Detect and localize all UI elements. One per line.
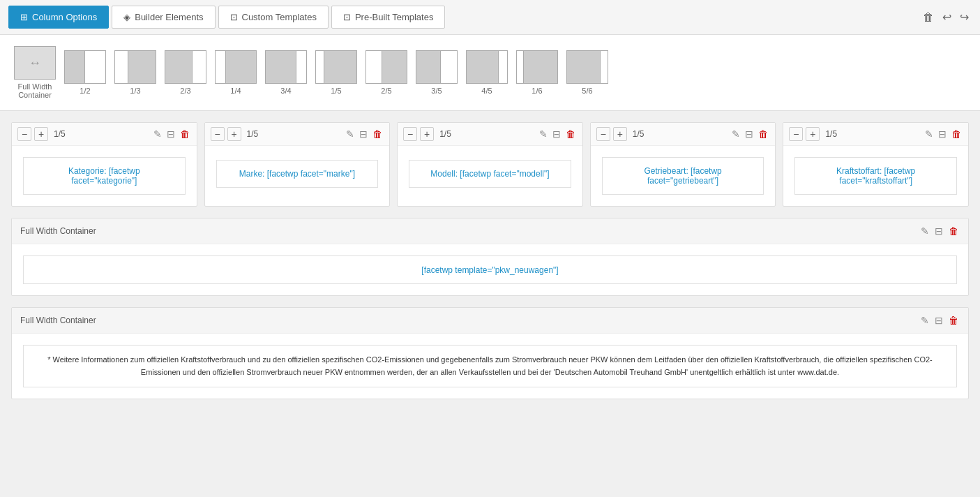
col-save-btn-1[interactable]: ⊟ bbox=[165, 127, 176, 141]
column-content-4: Getriebeart: [facetwp facet="getriebeart… bbox=[591, 146, 776, 206]
disclaimer-text: * Weitere Informationen zum offiziellen … bbox=[38, 354, 942, 378]
col-plus-btn-3[interactable]: + bbox=[420, 127, 434, 141]
layout-3-4[interactable]: 3/4 bbox=[265, 50, 307, 95]
column-header-4: − + 1/5 ✎ ⊟ 🗑 bbox=[591, 123, 776, 146]
full-width-inner-1: [facetwp template="pkw_neuwagen"] bbox=[23, 255, 957, 284]
column-text-2: Marke: [facetwp facet="marke"] bbox=[216, 160, 379, 188]
col-fraction-5: 1/5 bbox=[825, 129, 837, 139]
col-edit-btn-5[interactable]: ✎ bbox=[924, 127, 935, 141]
layout-1-5[interactable]: 1/5 bbox=[315, 50, 357, 95]
layout-3-4-preview bbox=[265, 50, 307, 84]
layout-2-5[interactable]: 2/5 bbox=[365, 50, 407, 95]
layout-3-5-preview bbox=[416, 50, 458, 84]
toolbar-delete-button[interactable]: 🗑 bbox=[920, 8, 937, 27]
fwc2-delete-btn[interactable]: 🗑 bbox=[947, 313, 960, 327]
layout-2-3-preview bbox=[165, 50, 206, 84]
layout-1-3-preview bbox=[114, 50, 156, 84]
full-width-section-2: Full Width Container ✎ ⊟ 🗑 * Weitere Inf… bbox=[11, 307, 969, 399]
col-delete-btn-3[interactable]: 🗑 bbox=[564, 127, 577, 141]
layout-5-6-label: 5/6 bbox=[582, 87, 592, 95]
column-content-5: Kraftstoffart: [facetwp facet="kraftstof… bbox=[783, 146, 968, 206]
fwc2-edit-btn[interactable]: ✎ bbox=[919, 313, 930, 327]
layout-full-width-label: Full WidthContainer bbox=[18, 82, 52, 99]
layout-2-3[interactable]: 2/3 bbox=[165, 50, 206, 95]
fwc1-save-btn[interactable]: ⊟ bbox=[933, 224, 944, 238]
layout-1-5-preview bbox=[315, 50, 357, 84]
layout-4-5-label: 4/5 bbox=[481, 87, 492, 95]
layout-1-6-preview bbox=[516, 50, 558, 84]
layout-full-width-preview bbox=[14, 46, 56, 80]
col-delete-btn-2[interactable]: 🗑 bbox=[371, 127, 384, 141]
main-content: − + 1/5 ✎ ⊟ 🗑 Kategorie: [facetwp facet=… bbox=[0, 111, 980, 422]
toolbar-undo-button[interactable]: ↩ bbox=[940, 8, 954, 27]
full-width-icons-1: ✎ ⊟ 🗑 bbox=[919, 224, 960, 238]
col-icons-1: ✎ ⊟ 🗑 bbox=[152, 127, 191, 141]
fwc2-save-btn[interactable]: ⊟ bbox=[933, 313, 944, 327]
col-edit-btn-2[interactable]: ✎ bbox=[345, 127, 356, 141]
layout-3-4-label: 3/4 bbox=[280, 87, 291, 95]
column-content-2: Marke: [facetwp facet="marke"] bbox=[205, 146, 390, 202]
layout-1-4[interactable]: 1/4 bbox=[215, 50, 257, 95]
full-width-text-1: [facetwp template="pkw_neuwagen"] bbox=[421, 265, 558, 275]
col-minus-btn-2[interactable]: − bbox=[211, 127, 225, 141]
col-delete-btn-5[interactable]: 🗑 bbox=[950, 127, 963, 141]
full-width-title-2: Full Width Container bbox=[20, 316, 919, 325]
col-plus-btn-1[interactable]: + bbox=[34, 127, 48, 141]
col-minus-btn-4[interactable]: − bbox=[596, 127, 610, 141]
full-width-inner-2: * Weitere Informationen zum offiziellen … bbox=[23, 345, 957, 387]
top-toolbar: ⊞ Column Options ◈ Builder Elements ⊡ Cu… bbox=[0, 0, 980, 35]
full-width-title-1: Full Width Container bbox=[20, 226, 919, 236]
col-minus-btn-5[interactable]: − bbox=[789, 127, 803, 141]
layout-3-5[interactable]: 3/5 bbox=[416, 50, 458, 95]
layout-full-width[interactable]: Full WidthContainer bbox=[14, 46, 56, 99]
layout-1-5-label: 1/5 bbox=[331, 87, 341, 95]
col-save-btn-5[interactable]: ⊟ bbox=[937, 127, 948, 141]
column-block-3: − + 1/5 ✎ ⊟ 🗑 Modell: [facetwp facet="mo… bbox=[397, 122, 583, 207]
column-text-1: Kategorie: [facetwp facet="kategorie"] bbox=[23, 157, 186, 195]
fwc1-delete-btn[interactable]: 🗑 bbox=[947, 224, 960, 238]
col-edit-btn-1[interactable]: ✎ bbox=[152, 127, 163, 141]
col-minus-btn-1[interactable]: − bbox=[17, 127, 31, 141]
col-plus-btn-2[interactable]: + bbox=[227, 127, 241, 141]
column-text-4: Getriebeart: [facetwp facet="getriebeart… bbox=[602, 157, 764, 195]
layout-1-4-label: 1/4 bbox=[230, 87, 241, 95]
full-width-content-1: [facetwp template="pkw_neuwagen"] bbox=[12, 244, 968, 295]
full-width-header-2: Full Width Container ✎ ⊟ 🗑 bbox=[12, 308, 968, 334]
tab-custom-templates[interactable]: ⊡ Custom Templates bbox=[218, 6, 329, 29]
layout-5-6[interactable]: 5/6 bbox=[566, 50, 608, 95]
layout-1-2[interactable]: 1/2 bbox=[64, 50, 106, 95]
column-content-3: Modell: [facetwp facet="modell"] bbox=[398, 146, 582, 202]
col-edit-btn-4[interactable]: ✎ bbox=[730, 127, 741, 141]
col-plus-btn-4[interactable]: + bbox=[613, 127, 627, 141]
layout-1-4-preview bbox=[215, 50, 257, 84]
col-save-btn-4[interactable]: ⊟ bbox=[744, 127, 755, 141]
column-block-1: − + 1/5 ✎ ⊟ 🗑 Kategorie: [facetwp facet=… bbox=[11, 122, 197, 207]
col-plus-btn-5[interactable]: + bbox=[806, 127, 820, 141]
layout-1-2-preview bbox=[64, 50, 106, 84]
column-header-5: − + 1/5 ✎ ⊟ 🗑 bbox=[783, 123, 968, 146]
col-save-btn-2[interactable]: ⊟ bbox=[358, 127, 369, 141]
column-text-3: Modell: [facetwp facet="modell"] bbox=[409, 160, 571, 188]
layout-4-5[interactable]: 4/5 bbox=[466, 50, 508, 95]
col-icons-3: ✎ ⊟ 🗑 bbox=[538, 127, 577, 141]
custom-templates-icon: ⊡ bbox=[230, 12, 238, 22]
col-fraction-2: 1/5 bbox=[247, 129, 259, 139]
col-delete-btn-4[interactable]: 🗑 bbox=[757, 127, 769, 141]
toolbar-redo-button[interactable]: ↪ bbox=[957, 8, 972, 27]
col-delete-btn-1[interactable]: 🗑 bbox=[179, 127, 191, 141]
column-block-4: − + 1/5 ✎ ⊟ 🗑 Getriebeart: [facetwp face… bbox=[590, 122, 776, 207]
column-block-5: − + 1/5 ✎ ⊟ 🗑 Kraftstoffart: [facetwp fa… bbox=[783, 122, 969, 207]
col-minus-btn-3[interactable]: − bbox=[403, 127, 417, 141]
tab-column-options[interactable]: ⊞ Column Options bbox=[8, 6, 109, 29]
tab-prebuilt-templates[interactable]: ⊡ Pre-Built Templates bbox=[331, 6, 445, 29]
layout-1-6[interactable]: 1/6 bbox=[516, 50, 558, 95]
toolbar-action-icons: 🗑 ↩ ↪ bbox=[920, 8, 972, 27]
layout-4-5-preview bbox=[466, 50, 508, 84]
layout-5-6-preview bbox=[566, 50, 608, 84]
fwc1-edit-btn[interactable]: ✎ bbox=[919, 224, 930, 238]
column-header-3: − + 1/5 ✎ ⊟ 🗑 bbox=[398, 123, 582, 146]
col-save-btn-3[interactable]: ⊟ bbox=[551, 127, 562, 141]
tab-builder-elements[interactable]: ◈ Builder Elements bbox=[112, 6, 215, 29]
layout-1-3[interactable]: 1/3 bbox=[114, 50, 156, 95]
col-edit-btn-3[interactable]: ✎ bbox=[538, 127, 549, 141]
